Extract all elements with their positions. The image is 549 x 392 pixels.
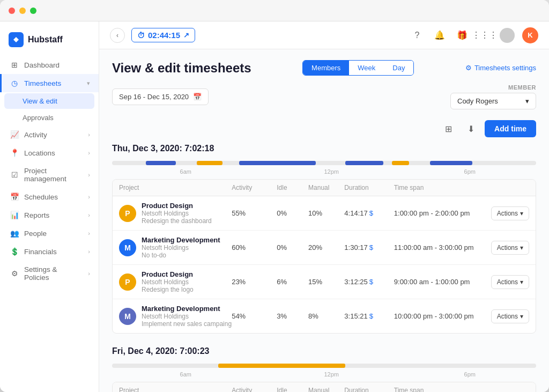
sidebar-item-timesheets[interactable]: ◷ Timesheets ▾ [0, 74, 99, 92]
content-area: View & edit timesheets Members Week Day … [99, 49, 549, 392]
avatar-letter[interactable]: K [522, 27, 538, 43]
duration-value: 4:14:17 $ [344, 209, 394, 217]
minimize-button[interactable] [19, 8, 26, 14]
help-icon[interactable]: ? [410, 28, 425, 43]
sidebar-item-schedules[interactable]: 📅 Schedules › [0, 188, 99, 206]
calendar-icon: 📅 [193, 93, 202, 101]
chevron-right-icon: › [88, 131, 90, 138]
actions-button[interactable]: Actions ▾ [491, 309, 529, 323]
sidebar-subitem-view-edit[interactable]: View & edit [4, 93, 94, 109]
clock-icon: ◷ [10, 79, 19, 87]
activity-value: 23% [232, 278, 277, 286]
action-bar: ⊞ ⬇ Add time [112, 120, 536, 137]
billing-link[interactable]: $ [369, 243, 373, 252]
actions-button[interactable]: Actions ▾ [491, 206, 529, 220]
task-name: Redesign the dashboard [142, 217, 212, 225]
bar-chart-icon: 📊 [10, 211, 19, 219]
sidebar-item-activity[interactable]: 📈 Activity › [0, 125, 99, 144]
sidebar-item-locations[interactable]: 📍 Locations › [0, 144, 99, 162]
dollar-icon: 💲 [10, 247, 19, 256]
expand-icon[interactable]: ↗ [183, 31, 189, 39]
billing-link[interactable]: $ [369, 209, 373, 217]
sidebar-item-settings-policies[interactable]: ⚙ Settings & Policies › [0, 261, 99, 286]
sidebar-item-dashboard[interactable]: ⊞ Dashboard [0, 56, 99, 74]
tab-group: Members Week Day [302, 60, 414, 76]
page-title: View & edit timesheets [112, 61, 251, 76]
activity-value: 55% [232, 209, 277, 217]
avatar: M [119, 239, 136, 256]
project-cell: M Marketing Development Netsoft Holdings… [119, 305, 232, 328]
col-idle: Idle [277, 184, 308, 191]
grid-icon[interactable]: ⋮⋮⋮ [477, 28, 492, 43]
idle-value: 6% [277, 278, 308, 286]
timer-display[interactable]: ⏱ 02:44:15 ↗ [131, 28, 195, 42]
chevron-right-icon: › [88, 248, 90, 255]
sidebar-item-people[interactable]: 👥 People › [0, 224, 99, 242]
sidebar-item-label: People [24, 230, 47, 238]
gift-icon[interactable]: 🎁 [455, 28, 470, 43]
col-project: Project [119, 387, 232, 392]
col-timespan: Time span [394, 184, 475, 191]
topbar-right: ? 🔔 🎁 ⋮⋮⋮ K [410, 27, 538, 43]
day-header-1: Thu, Dec 3, 2020: 7:02:18 [112, 144, 536, 153]
billing-link[interactable]: $ [369, 312, 373, 320]
avatar: M [119, 308, 136, 325]
sidebar-item-label: Schedules [24, 193, 58, 201]
activity-icon: 📈 [10, 130, 19, 139]
dashboard-icon: ⊞ [10, 61, 19, 69]
columns-icon[interactable]: ⊞ [440, 120, 457, 137]
sidebar-item-project-management[interactable]: ☑ Project management › [0, 162, 99, 188]
tab-week[interactable]: Week [349, 61, 384, 75]
table-header-1: Project Activity Idle Manual Duration Ti… [113, 180, 536, 196]
project-info: Product Design Netsoft Holdings Redesign… [142, 270, 194, 293]
manual-value: 20% [308, 243, 344, 252]
sidebar-item-label: Timesheets [24, 79, 61, 87]
actions-button[interactable]: Actions ▾ [491, 241, 529, 255]
sidebar-item-label: Financials [24, 248, 57, 256]
tab-members[interactable]: Members [303, 61, 349, 75]
timeline-label-12pm: 12pm [324, 168, 339, 175]
col-project: Project [119, 184, 232, 191]
timesheets-settings-link[interactable]: ⚙ Timesheets settings [465, 64, 536, 72]
sidebar-item-label: Activity [24, 131, 47, 139]
member-select[interactable]: Cody Rogers ▾ [450, 93, 536, 109]
sidebar-item-reports[interactable]: 📊 Reports › [0, 206, 99, 224]
chevron-down-icon: ▾ [520, 313, 523, 320]
back-button[interactable]: ‹ [110, 28, 125, 43]
manual-value: 15% [308, 278, 344, 286]
sidebar-item-label: Locations [24, 149, 55, 157]
day-section-2: Fri, Dec 4, 2020: 7:00:23 6am 12pm 6pm P… [112, 346, 536, 392]
sidebar-item-financials[interactable]: 💲 Financials › [0, 242, 99, 261]
calendar-icon: 📅 [10, 193, 19, 201]
actions-button[interactable]: Actions ▾ [491, 275, 529, 289]
chevron-right-icon: › [88, 172, 90, 178]
date-range-picker[interactable]: Sep 16 - Dec 15, 2020 📅 [112, 88, 209, 105]
logo-text: Hubstaff [28, 35, 63, 45]
timeline-label-6am: 6am [180, 371, 191, 378]
task-name: Redesign the logo [142, 286, 194, 293]
sidebar-subitem-approvals[interactable]: Approvals [0, 110, 99, 125]
billing-link[interactable]: $ [369, 278, 373, 286]
project-name: Marketing Development [142, 305, 232, 313]
col-manual: Manual [308, 387, 344, 392]
bell-icon[interactable]: 🔔 [432, 28, 447, 43]
download-icon[interactable]: ⬇ [462, 120, 479, 137]
sidebar: Hubstaff ⊞ Dashboard ◷ Timesheets ▾ View… [0, 21, 99, 392]
timeline-label-6pm: 6pm [464, 371, 476, 378]
page-header: View & edit timesheets Members Week Day … [112, 60, 536, 76]
titlebar [0, 0, 549, 21]
maximize-button[interactable] [30, 8, 36, 14]
close-button[interactable] [9, 8, 15, 14]
task-name: Implement new sales campaing [142, 320, 232, 328]
timesheet-table-2: Project Activity Idle Manual Duration Ti… [112, 382, 536, 392]
tab-day[interactable]: Day [384, 61, 413, 75]
add-time-button[interactable]: Add time [485, 120, 536, 137]
col-duration: Duration [344, 184, 394, 191]
timesheet-table-1: Project Activity Idle Manual Duration Ti… [112, 179, 536, 334]
user-avatar[interactable] [500, 28, 515, 43]
timeline-segment [345, 161, 383, 165]
task-name: No to-do [142, 252, 220, 259]
project-info: Marketing Development Netsoft Holdings N… [142, 236, 220, 259]
timer-value: 02:44:15 [148, 31, 180, 40]
chevron-right-icon: › [88, 230, 90, 236]
